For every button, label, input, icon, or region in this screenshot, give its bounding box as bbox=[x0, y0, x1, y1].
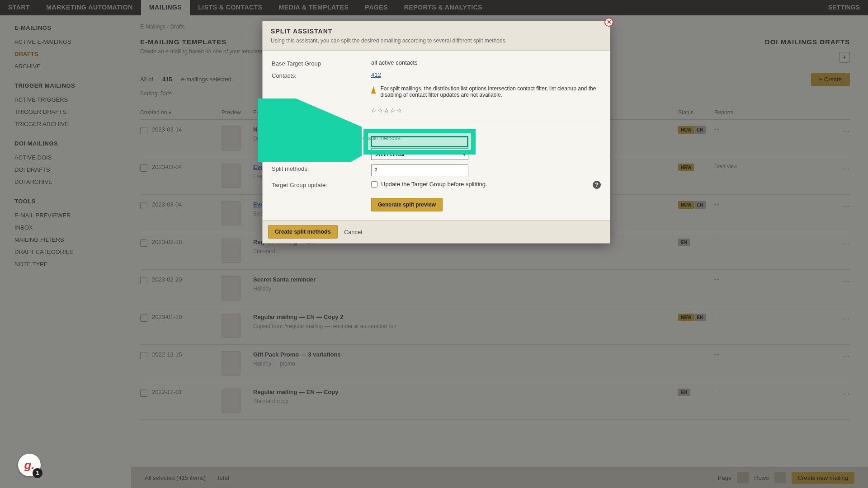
split-methods-label: Split methods: bbox=[272, 164, 371, 172]
row-status: EN bbox=[678, 239, 714, 248]
footer-total: Total bbox=[217, 474, 229, 481]
row-actions-icon[interactable]: ⋯ bbox=[832, 201, 850, 211]
list-score-stars: ☆☆☆☆☆ bbox=[371, 107, 601, 114]
row-thumbnail[interactable] bbox=[222, 239, 241, 263]
tab-marketing-automation[interactable]: MARKETING AUTOMATION bbox=[38, 0, 141, 15]
split-method-select[interactable]: symmetrical bbox=[371, 148, 468, 160]
tab-start[interactable]: START bbox=[0, 0, 38, 15]
sidebar-group-doi: DOI MAILINGS bbox=[14, 140, 117, 147]
row-thumbnail[interactable] bbox=[222, 201, 241, 225]
sidebar-item-active-dois[interactable]: ACTIVE DOIS bbox=[14, 151, 117, 164]
doi-drafts-heading: DOI MAILINGS DRAFTS bbox=[660, 38, 850, 46]
tab-mailings[interactable]: MAILINGS bbox=[141, 0, 190, 15]
close-icon[interactable]: ✕ bbox=[604, 18, 613, 27]
sidebar-item-previewer[interactable]: E-MAIL PREVIEWER bbox=[14, 209, 117, 221]
row-title[interactable]: Regular mailing — EN — Copy bbox=[253, 389, 678, 395]
create-button[interactable]: + Create bbox=[811, 73, 850, 86]
update-target-group-text: Update the Target Group before splitting… bbox=[381, 181, 487, 188]
row-subtitle: Copied from #regular mailing — reminder … bbox=[253, 323, 678, 329]
sidebar-item-doi-drafts[interactable]: DOI DRAFTS bbox=[14, 164, 117, 176]
modal-subtitle: Using this assistant, you can split the … bbox=[271, 38, 602, 44]
footer-page-label: Page bbox=[718, 474, 731, 481]
filter-text-a: All of bbox=[140, 76, 153, 83]
row-status: NEWEN bbox=[678, 314, 714, 323]
row-date: 2023-02-20 bbox=[140, 276, 222, 283]
sidebar-item-trigger-archive[interactable]: TRIGGER ARCHIVE bbox=[14, 118, 117, 130]
tab-pages[interactable]: PAGES bbox=[357, 0, 396, 15]
split-settings-heading: SPLIT SETTINGS bbox=[272, 127, 601, 133]
generate-preview-button[interactable]: Generate split preview bbox=[371, 198, 443, 211]
tab-lists-contacts[interactable]: LISTS & CONTACTS bbox=[190, 0, 270, 15]
split-settings-sub: Define type and number of the resulting … bbox=[272, 135, 601, 141]
table-row[interactable]: 2023-02-20 Secret Santa reminderHoliday … bbox=[140, 270, 850, 307]
contacts-link[interactable]: 412 bbox=[371, 71, 381, 78]
row-report: - - bbox=[714, 126, 832, 131]
row-thumbnail[interactable] bbox=[222, 126, 241, 150]
sidebar-item-active-triggers[interactable]: ACTIVE TRIGGERS bbox=[14, 94, 117, 106]
sidebar-item-note-type[interactable]: NOTE TYPE bbox=[14, 258, 117, 270]
row-thumbnail[interactable] bbox=[222, 389, 241, 413]
target-group-update-label: Target Group update: bbox=[272, 181, 371, 188]
row-title[interactable]: Regular mailing — EN — Copy 2 bbox=[253, 314, 678, 320]
sidebar-item-inbox[interactable]: INBOX bbox=[14, 221, 117, 234]
add-doi-draft-button[interactable]: + bbox=[839, 52, 850, 63]
sidebar-group-trigger: TRIGGER MAILINGS bbox=[14, 82, 117, 89]
row-actions-icon[interactable]: ⋯ bbox=[832, 239, 850, 249]
row-thumbnail[interactable] bbox=[222, 276, 241, 300]
sidebar-item-mailing-filters[interactable]: MAILING FILTERS bbox=[14, 234, 117, 246]
table-row[interactable]: 2023-01-20 Regular mailing — EN — Copy 2… bbox=[140, 307, 850, 345]
row-actions-icon[interactable]: ⋯ bbox=[832, 276, 850, 286]
table-row[interactable]: 2022-12-15 Gift Pack Promo — 3 variation… bbox=[140, 345, 850, 382]
help-widget-count: 1 bbox=[33, 468, 42, 478]
page-prev-button[interactable] bbox=[737, 472, 749, 483]
sidebar-item-draft-categories[interactable]: DRAFT CATEGORIES bbox=[14, 246, 117, 258]
row-report: - - bbox=[714, 201, 832, 206]
cancel-button[interactable]: Cancel bbox=[344, 229, 362, 235]
help-widget[interactable]: g. 1 bbox=[18, 454, 41, 476]
create-split-methods-button[interactable]: Create split methods bbox=[268, 225, 338, 239]
row-actions-icon[interactable]: ⋯ bbox=[832, 351, 850, 361]
row-actions-icon[interactable]: ⋯ bbox=[832, 126, 850, 136]
row-report: - - bbox=[714, 389, 832, 394]
sidebar-item-archive[interactable]: ARCHIVE bbox=[14, 60, 117, 72]
tab-media-templates[interactable]: MEDIA & TEMPLATES bbox=[271, 0, 357, 15]
row-actions-icon[interactable]: ⋯ bbox=[832, 314, 850, 324]
col-date[interactable]: Created on ▾ bbox=[140, 109, 222, 116]
warning-icon bbox=[371, 86, 376, 94]
sidebar-group-emailings: E-MAILINGS bbox=[14, 24, 117, 31]
row-status: NEWEN bbox=[678, 126, 714, 136]
split-methods-input[interactable] bbox=[371, 164, 468, 176]
row-title[interactable]: Gift Pack Promo — 3 variations bbox=[253, 351, 678, 358]
row-date: 2022-12-15 bbox=[140, 351, 222, 358]
split-assistant-modal: ✕ SPLIT ASSISTANT Using this assistant, … bbox=[262, 21, 610, 244]
list-score-label: List score: bbox=[272, 107, 371, 115]
row-subtitle: Holiday — promo bbox=[253, 361, 678, 367]
row-title[interactable]: Secret Santa reminder bbox=[253, 276, 678, 283]
row-subtitle: Holiday bbox=[253, 286, 678, 292]
update-target-group-checkbox[interactable] bbox=[371, 181, 377, 188]
help-icon[interactable]: ? bbox=[593, 181, 601, 189]
tab-settings[interactable]: SETTINGS bbox=[820, 0, 868, 15]
sidebar-item-doi-archive[interactable]: DOI ARCHIVE bbox=[14, 176, 117, 188]
row-actions-icon[interactable]: ⋯ bbox=[832, 389, 850, 399]
warning-text: For split mailings, the distribution lis… bbox=[380, 85, 601, 98]
row-thumbnail[interactable] bbox=[222, 164, 241, 188]
tab-reports[interactable]: REPORTS & ANALYTICS bbox=[396, 0, 491, 15]
row-thumbnail[interactable] bbox=[222, 351, 241, 375]
table-row[interactable]: 2022-12-01 Regular mailing — EN — CopySt… bbox=[140, 382, 850, 420]
footer-create-button[interactable]: Create new mailing bbox=[792, 472, 854, 484]
row-date: 2023-03-04 bbox=[140, 164, 222, 170]
filter-count: 415 bbox=[162, 76, 172, 83]
sidebar-item-trigger-drafts[interactable]: TRIGGER DRAFTS bbox=[14, 106, 117, 118]
sidebar-item-drafts[interactable]: DRAFTS bbox=[14, 48, 117, 60]
col-reports: Reports bbox=[714, 109, 832, 116]
row-status: EN bbox=[678, 389, 714, 398]
rows-select[interactable] bbox=[774, 472, 786, 483]
col-preview: Preview bbox=[222, 109, 253, 116]
row-thumbnail[interactable] bbox=[222, 314, 241, 338]
row-actions-icon[interactable]: ⋯ bbox=[832, 164, 850, 174]
row-status: NEWEN bbox=[678, 201, 714, 211]
col-actions bbox=[832, 109, 850, 116]
sidebar-item-active-emailings[interactable]: ACTIVE E-MAILINGS bbox=[14, 36, 117, 48]
filter-text-b: e-mailings selected. bbox=[181, 76, 233, 83]
